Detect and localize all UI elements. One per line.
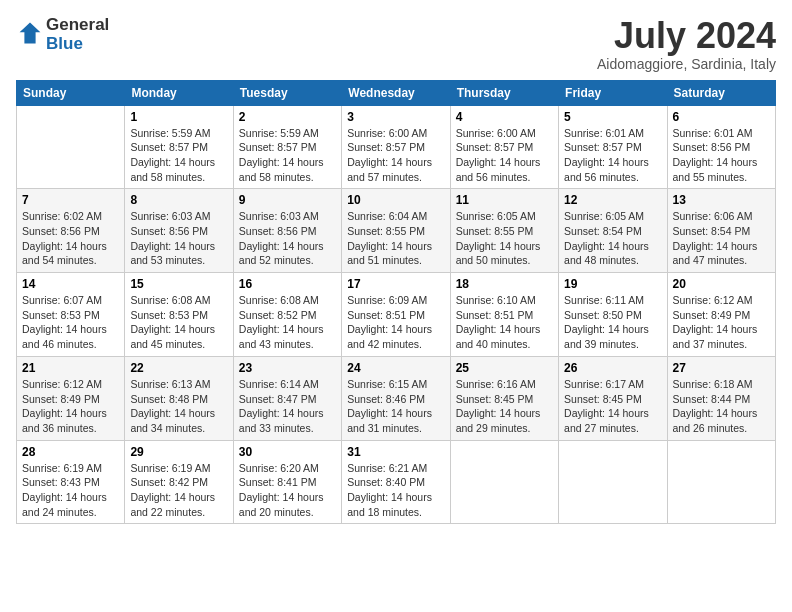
- calendar-cell: 8Sunrise: 6:03 AMSunset: 8:56 PMDaylight…: [125, 189, 233, 273]
- title-block: July 2024 Aidomaggiore, Sardinia, Italy: [597, 16, 776, 72]
- calendar-cell: 28Sunrise: 6:19 AMSunset: 8:43 PMDayligh…: [17, 440, 125, 524]
- day-number: 20: [673, 277, 770, 291]
- day-number: 12: [564, 193, 661, 207]
- day-number: 4: [456, 110, 553, 124]
- day-info: Sunrise: 6:00 AMSunset: 8:57 PMDaylight:…: [456, 126, 553, 185]
- calendar-cell: 2Sunrise: 5:59 AMSunset: 8:57 PMDaylight…: [233, 105, 341, 189]
- calendar-cell: [559, 440, 667, 524]
- calendar-header-wednesday: Wednesday: [342, 80, 450, 105]
- logo-blue: Blue: [46, 35, 109, 54]
- month-title: July 2024: [597, 16, 776, 56]
- calendar-week-row: 14Sunrise: 6:07 AMSunset: 8:53 PMDayligh…: [17, 273, 776, 357]
- calendar-week-row: 7Sunrise: 6:02 AMSunset: 8:56 PMDaylight…: [17, 189, 776, 273]
- day-number: 19: [564, 277, 661, 291]
- day-number: 5: [564, 110, 661, 124]
- day-number: 23: [239, 361, 336, 375]
- calendar-week-row: 21Sunrise: 6:12 AMSunset: 8:49 PMDayligh…: [17, 356, 776, 440]
- day-number: 9: [239, 193, 336, 207]
- day-info: Sunrise: 6:06 AMSunset: 8:54 PMDaylight:…: [673, 209, 770, 268]
- day-info: Sunrise: 6:01 AMSunset: 8:57 PMDaylight:…: [564, 126, 661, 185]
- calendar-cell: 12Sunrise: 6:05 AMSunset: 8:54 PMDayligh…: [559, 189, 667, 273]
- calendar-cell: 7Sunrise: 6:02 AMSunset: 8:56 PMDaylight…: [17, 189, 125, 273]
- calendar-cell: 31Sunrise: 6:21 AMSunset: 8:40 PMDayligh…: [342, 440, 450, 524]
- calendar-cell: 5Sunrise: 6:01 AMSunset: 8:57 PMDaylight…: [559, 105, 667, 189]
- calendar-header-friday: Friday: [559, 80, 667, 105]
- calendar-cell: 30Sunrise: 6:20 AMSunset: 8:41 PMDayligh…: [233, 440, 341, 524]
- calendar-body: 1Sunrise: 5:59 AMSunset: 8:57 PMDaylight…: [17, 105, 776, 524]
- day-info: Sunrise: 6:05 AMSunset: 8:54 PMDaylight:…: [564, 209, 661, 268]
- day-number: 29: [130, 445, 227, 459]
- day-info: Sunrise: 6:20 AMSunset: 8:41 PMDaylight:…: [239, 461, 336, 520]
- calendar-week-row: 1Sunrise: 5:59 AMSunset: 8:57 PMDaylight…: [17, 105, 776, 189]
- day-info: Sunrise: 6:01 AMSunset: 8:56 PMDaylight:…: [673, 126, 770, 185]
- day-info: Sunrise: 5:59 AMSunset: 8:57 PMDaylight:…: [239, 126, 336, 185]
- calendar-cell: [17, 105, 125, 189]
- day-info: Sunrise: 6:12 AMSunset: 8:49 PMDaylight:…: [673, 293, 770, 352]
- calendar-week-row: 28Sunrise: 6:19 AMSunset: 8:43 PMDayligh…: [17, 440, 776, 524]
- day-info: Sunrise: 6:09 AMSunset: 8:51 PMDaylight:…: [347, 293, 444, 352]
- calendar-cell: 18Sunrise: 6:10 AMSunset: 8:51 PMDayligh…: [450, 273, 558, 357]
- calendar-header-tuesday: Tuesday: [233, 80, 341, 105]
- calendar-cell: 23Sunrise: 6:14 AMSunset: 8:47 PMDayligh…: [233, 356, 341, 440]
- day-number: 28: [22, 445, 119, 459]
- calendar-cell: 15Sunrise: 6:08 AMSunset: 8:53 PMDayligh…: [125, 273, 233, 357]
- day-number: 6: [673, 110, 770, 124]
- day-info: Sunrise: 6:18 AMSunset: 8:44 PMDaylight:…: [673, 377, 770, 436]
- day-info: Sunrise: 6:05 AMSunset: 8:55 PMDaylight:…: [456, 209, 553, 268]
- calendar-cell: 6Sunrise: 6:01 AMSunset: 8:56 PMDaylight…: [667, 105, 775, 189]
- calendar-cell: 22Sunrise: 6:13 AMSunset: 8:48 PMDayligh…: [125, 356, 233, 440]
- day-info: Sunrise: 6:19 AMSunset: 8:43 PMDaylight:…: [22, 461, 119, 520]
- day-number: 15: [130, 277, 227, 291]
- day-number: 25: [456, 361, 553, 375]
- logo-icon: [18, 21, 42, 45]
- day-info: Sunrise: 6:21 AMSunset: 8:40 PMDaylight:…: [347, 461, 444, 520]
- calendar-cell: 19Sunrise: 6:11 AMSunset: 8:50 PMDayligh…: [559, 273, 667, 357]
- day-number: 27: [673, 361, 770, 375]
- calendar-cell: 13Sunrise: 6:06 AMSunset: 8:54 PMDayligh…: [667, 189, 775, 273]
- calendar-cell: 1Sunrise: 5:59 AMSunset: 8:57 PMDaylight…: [125, 105, 233, 189]
- calendar-cell: 11Sunrise: 6:05 AMSunset: 8:55 PMDayligh…: [450, 189, 558, 273]
- calendar-cell: [667, 440, 775, 524]
- day-info: Sunrise: 6:17 AMSunset: 8:45 PMDaylight:…: [564, 377, 661, 436]
- day-info: Sunrise: 6:00 AMSunset: 8:57 PMDaylight:…: [347, 126, 444, 185]
- day-number: 14: [22, 277, 119, 291]
- day-number: 26: [564, 361, 661, 375]
- day-number: 2: [239, 110, 336, 124]
- subtitle: Aidomaggiore, Sardinia, Italy: [597, 56, 776, 72]
- day-number: 7: [22, 193, 119, 207]
- calendar-table: SundayMondayTuesdayWednesdayThursdayFrid…: [16, 80, 776, 525]
- calendar-cell: 14Sunrise: 6:07 AMSunset: 8:53 PMDayligh…: [17, 273, 125, 357]
- calendar-cell: 20Sunrise: 6:12 AMSunset: 8:49 PMDayligh…: [667, 273, 775, 357]
- day-number: 17: [347, 277, 444, 291]
- day-info: Sunrise: 6:04 AMSunset: 8:55 PMDaylight:…: [347, 209, 444, 268]
- calendar-header-row: SundayMondayTuesdayWednesdayThursdayFrid…: [17, 80, 776, 105]
- calendar-header-saturday: Saturday: [667, 80, 775, 105]
- day-info: Sunrise: 6:13 AMSunset: 8:48 PMDaylight:…: [130, 377, 227, 436]
- day-number: 21: [22, 361, 119, 375]
- calendar-cell: 10Sunrise: 6:04 AMSunset: 8:55 PMDayligh…: [342, 189, 450, 273]
- day-info: Sunrise: 6:15 AMSunset: 8:46 PMDaylight:…: [347, 377, 444, 436]
- day-number: 18: [456, 277, 553, 291]
- day-number: 8: [130, 193, 227, 207]
- day-number: 13: [673, 193, 770, 207]
- calendar-header-sunday: Sunday: [17, 80, 125, 105]
- calendar-cell: 27Sunrise: 6:18 AMSunset: 8:44 PMDayligh…: [667, 356, 775, 440]
- day-info: Sunrise: 6:14 AMSunset: 8:47 PMDaylight:…: [239, 377, 336, 436]
- day-info: Sunrise: 5:59 AMSunset: 8:57 PMDaylight:…: [130, 126, 227, 185]
- calendar-header-monday: Monday: [125, 80, 233, 105]
- day-info: Sunrise: 6:03 AMSunset: 8:56 PMDaylight:…: [239, 209, 336, 268]
- calendar-cell: 26Sunrise: 6:17 AMSunset: 8:45 PMDayligh…: [559, 356, 667, 440]
- calendar-cell: 16Sunrise: 6:08 AMSunset: 8:52 PMDayligh…: [233, 273, 341, 357]
- day-info: Sunrise: 6:16 AMSunset: 8:45 PMDaylight:…: [456, 377, 553, 436]
- svg-marker-0: [20, 22, 41, 43]
- day-info: Sunrise: 6:10 AMSunset: 8:51 PMDaylight:…: [456, 293, 553, 352]
- day-info: Sunrise: 6:08 AMSunset: 8:52 PMDaylight:…: [239, 293, 336, 352]
- day-number: 3: [347, 110, 444, 124]
- day-info: Sunrise: 6:11 AMSunset: 8:50 PMDaylight:…: [564, 293, 661, 352]
- calendar-cell: 17Sunrise: 6:09 AMSunset: 8:51 PMDayligh…: [342, 273, 450, 357]
- day-number: 24: [347, 361, 444, 375]
- day-number: 10: [347, 193, 444, 207]
- logo: General Blue: [16, 16, 109, 53]
- day-info: Sunrise: 6:02 AMSunset: 8:56 PMDaylight:…: [22, 209, 119, 268]
- day-number: 30: [239, 445, 336, 459]
